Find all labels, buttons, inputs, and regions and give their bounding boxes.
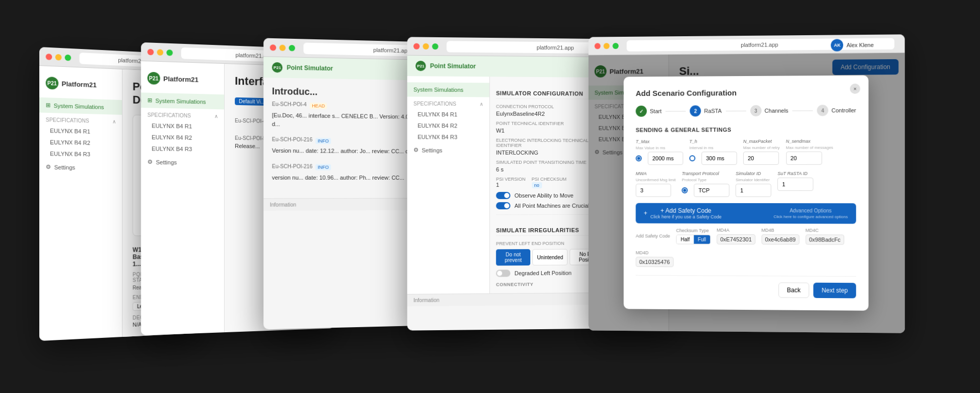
toggle-machines-label: All Point Machines are Crucial (514, 203, 589, 209)
toggle-knob-3 (497, 271, 502, 276)
tmax-radio-dot[interactable] (635, 155, 642, 161)
th-label: T_h (689, 139, 737, 144)
transport-input[interactable] (694, 184, 729, 197)
prevent-unintended[interactable]: Unintended (532, 249, 568, 265)
toggle-machines[interactable] (496, 202, 510, 209)
sidebar-item-2-r1[interactable]: EULYNX B4 R1 (141, 120, 224, 133)
md4d-value: 0x10325476 (635, 257, 673, 267)
psi-version-label: PSI VERSION (496, 177, 526, 182)
th-radio-dot[interactable] (689, 155, 695, 161)
type-half-btn[interactable]: Half (677, 235, 694, 243)
settings-icon-2: ⚙ (148, 159, 153, 165)
close-icon[interactable] (46, 53, 52, 60)
doc-tag-3-2: INFO (315, 138, 331, 144)
step-2: 2 RaSTA (690, 105, 722, 116)
close-icon-2[interactable] (148, 48, 154, 55)
minimize-icon-4[interactable] (423, 43, 429, 49)
maximize-icon-4[interactable] (432, 43, 438, 49)
type-full-btn[interactable]: Full (694, 235, 710, 243)
close-icon-5[interactable] (595, 43, 601, 49)
logo-icon-1: P21 (46, 77, 59, 90)
checksum-md4c: MD4C 0x98BadcFc (805, 228, 844, 244)
sidebar-settings-2[interactable]: ⚙ Settings (141, 154, 224, 170)
toggle-observe[interactable] (496, 192, 510, 199)
nav-section-2: Specifications ∧ (141, 108, 224, 121)
chevron-4: ∧ (480, 101, 483, 107)
maximize-icon-3[interactable] (289, 44, 295, 51)
sidebar-item-2-r2[interactable]: EULYNX B4 R2 (141, 131, 224, 143)
sidebar-4-r3[interactable]: EULYNX B4 R3 (407, 131, 489, 143)
tmax-sublabel: Max Value in ms (635, 145, 683, 150)
mwa-input[interactable] (635, 184, 671, 197)
sidebar-item-eulynx-r3[interactable]: EULYNX B4 R3 (39, 148, 122, 160)
settings-icon: ⚙ (46, 163, 51, 170)
sidebar-settings-4[interactable]: ⚙ Settings (407, 142, 489, 158)
maximize-icon-2[interactable] (166, 49, 173, 56)
step-4: 4 Controller (817, 105, 856, 116)
md4b-value: 0xe4c6ab89 (762, 234, 799, 244)
checksum-md4a: MD4A 0xE7452301 (717, 228, 755, 244)
sutrasta-input[interactable] (777, 178, 813, 191)
add-safety-label: Add Safety Code (635, 233, 670, 238)
sidebar-nav-active-2[interactable]: ⊞ System Simulations (141, 92, 224, 109)
app-name-1: Platform21 (62, 80, 97, 89)
simid-input[interactable] (736, 184, 771, 197)
grid-icon: ⊞ (46, 102, 51, 109)
nmax-input[interactable] (743, 152, 779, 165)
minimize-icon-2[interactable] (157, 49, 163, 56)
sidebar-item-settings[interactable]: ⚙ Settings (39, 159, 122, 175)
sidebar-item-system-simulations[interactable]: ⊞ System Simulations (39, 97, 122, 115)
avatar-icon: AK (831, 39, 843, 51)
toggle-knob-2 (504, 203, 509, 208)
sidebar-item-eulynx-r2[interactable]: EULYNX B4 R2 (39, 136, 122, 149)
sim-title-3: Point Simulator (287, 64, 333, 72)
traffic-lights-4 (413, 43, 438, 50)
form-row-1: T_Max Max Value in ms T_h Interv (635, 138, 856, 165)
sidebar-nav-4[interactable]: System Simulations (407, 82, 489, 97)
traffic-lights-1 (46, 53, 71, 61)
maximize-icon[interactable] (65, 54, 71, 61)
modal-close-button[interactable]: × (850, 84, 860, 94)
sidebar-item-eulynx-r1[interactable]: EULYNX B4 R1 (39, 125, 122, 138)
step-circle-3: 3 (750, 105, 762, 116)
md4d-label: MD4D (635, 250, 673, 255)
sim-logo-4: P21 (415, 61, 426, 71)
traffic-lights-3 (270, 44, 295, 51)
th-input[interactable] (701, 152, 737, 165)
browser-window-5: platform21.app AK Alex Klene P21 Platfor… (589, 34, 905, 333)
close-icon-4[interactable] (413, 43, 420, 49)
checksum-type-field: Checksum Type Half Full (676, 228, 710, 244)
sidebar-4-r2[interactable]: EULYNX B4 R2 (407, 120, 489, 132)
field-mwa: MWA Unconfirmed Msg limit (635, 171, 675, 197)
step-connector-3 (793, 110, 813, 111)
advanced-options-link[interactable]: Advanced Options Click here to configure… (774, 208, 848, 219)
tmax-input[interactable] (648, 152, 683, 165)
prevent-do-not[interactable]: Do not prevent (496, 249, 530, 265)
checksum-row: Add Safety Code Checksum Type Half Full … (635, 227, 856, 268)
sidebar-4-r1[interactable]: EULYNX B4 R1 (407, 109, 489, 120)
nmax-sublabel: Max number of retry (743, 145, 780, 150)
toggle-degraded[interactable] (496, 269, 510, 277)
next-step-button[interactable]: Next step (814, 283, 856, 299)
safety-code-button[interactable]: + + Add Safety Code Click here if you us… (635, 203, 856, 224)
psi-checksum-badge: no (532, 182, 542, 188)
minimize-icon[interactable] (55, 54, 61, 60)
close-icon-3[interactable] (270, 44, 276, 51)
app-name-2: Platform21 (163, 75, 199, 83)
doc-id-3-1: Eu-SCH-POI-4 (272, 101, 307, 107)
nsendmax-input[interactable] (786, 152, 822, 165)
sutrasta-label: SuT RaSTA ID (777, 171, 813, 176)
transport-radio-row (682, 184, 730, 197)
chevron-icon: ∧ (112, 118, 116, 124)
field-sut-rasta: SuT RaSTA ID (777, 171, 813, 191)
minimize-icon-3[interactable] (279, 44, 285, 51)
md4a-value: 0xE7452301 (717, 234, 755, 244)
md4c-label: MD4C (805, 228, 844, 233)
transport-radio (682, 187, 688, 193)
maximize-icon-5[interactable] (612, 43, 619, 49)
back-button[interactable]: Back (778, 282, 810, 298)
minimize-icon-5[interactable] (603, 43, 609, 49)
scene: platform21.app P21 Platform21 ⊞ System S… (0, 0, 980, 393)
transport-radio-dot[interactable] (682, 187, 688, 193)
sidebar-item-2-r3[interactable]: EULYNX B4 R3 (141, 143, 224, 155)
